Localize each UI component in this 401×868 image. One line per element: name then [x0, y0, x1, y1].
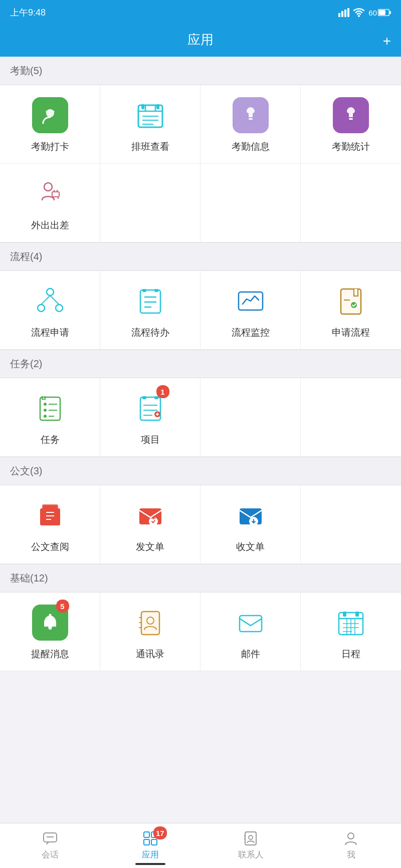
list-item[interactable]: 流程申请 — [0, 271, 100, 350]
tab-indicator — [135, 863, 165, 865]
chat-tab-icon — [43, 831, 58, 846]
me-tab-label: 我 — [347, 849, 355, 860]
punch-icon — [32, 97, 68, 133]
list-item[interactable]: 日程 — [301, 593, 401, 671]
battery-icon: 60 — [368, 9, 391, 17]
svg-point-43 — [44, 415, 47, 418]
svg-rect-18 — [349, 118, 353, 120]
svg-line-29 — [50, 296, 59, 305]
svg-point-69 — [49, 614, 51, 617]
svg-rect-90 — [144, 839, 149, 845]
svg-point-96 — [348, 833, 354, 839]
svg-rect-79 — [355, 612, 359, 617]
add-button[interactable]: + — [383, 33, 391, 49]
apply-label: 流程申请 — [31, 326, 69, 339]
list-item[interactable]: 5 提醒消息 — [0, 593, 100, 671]
list-item[interactable]: 外出出差 — [0, 164, 100, 242]
list-item[interactable]: 任务 — [0, 378, 100, 457]
svg-rect-48 — [142, 396, 146, 399]
list-item[interactable]: 收文单 — [200, 485, 301, 564]
svg-rect-92 — [245, 832, 256, 845]
list-item[interactable]: 流程监控 — [200, 271, 301, 350]
empty-cell — [301, 378, 401, 457]
page-header: 应用 + — [0, 25, 401, 57]
receive-icon — [233, 497, 269, 533]
docview-label: 公文查阅 — [31, 540, 69, 553]
monitor-icon — [233, 283, 269, 319]
remind-badge: 5 — [56, 600, 69, 613]
email-label: 邮件 — [241, 648, 260, 661]
svg-rect-0 — [338, 13, 340, 17]
tab-apps[interactable]: 17 应用 — [100, 823, 200, 868]
tab-contacts[interactable]: 联系人 — [200, 823, 301, 868]
svg-line-28 — [41, 296, 50, 305]
calendar-icon — [333, 605, 369, 641]
content-area: 考勤(5) 考勤打卡 — [0, 57, 401, 721]
docview-icon — [32, 497, 68, 533]
svg-rect-17 — [249, 118, 253, 120]
svg-rect-3 — [347, 8, 349, 17]
attendance-grid: 考勤打卡 排班查看 — [0, 85, 401, 242]
list-item[interactable]: 考勤统计 — [301, 85, 401, 164]
info-label: 考勤信息 — [232, 140, 270, 153]
status-bar: 上午9:48 60 — [0, 0, 401, 25]
contacts-book-icon — [132, 605, 168, 641]
basic-grid: 5 提醒消息 — [0, 593, 401, 671]
list-item[interactable]: 1 项目 — [100, 378, 200, 457]
doc-grid: 公文查阅 发文单 — [0, 485, 401, 564]
list-item[interactable]: 公文查阅 — [0, 485, 100, 564]
list-item[interactable]: 通讯录 — [100, 593, 200, 671]
schedule-label: 排班查看 — [131, 140, 169, 153]
empty-cell — [100, 164, 200, 242]
svg-rect-75 — [240, 616, 262, 632]
flow-grid: 流程申请 流程待办 — [0, 271, 401, 350]
empty-cell — [301, 164, 401, 242]
svg-rect-35 — [154, 289, 158, 292]
section-header-flow: 流程(4) — [0, 242, 401, 271]
stats-label: 考勤统计 — [332, 140, 370, 153]
list-item[interactable]: 排班查看 — [100, 85, 200, 164]
calendar-label: 日程 — [341, 648, 360, 661]
task-label: 任务 — [41, 433, 60, 446]
chat-tab-label: 会话 — [42, 849, 59, 860]
list-item[interactable]: 流程待办 — [100, 271, 200, 350]
page-title: 应用 — [187, 32, 214, 47]
schedule-icon — [132, 97, 168, 133]
tab-chat[interactable]: 会话 — [0, 823, 100, 868]
trip-icon — [32, 176, 68, 212]
send-label: 发文单 — [136, 540, 164, 553]
svg-rect-40 — [40, 397, 60, 420]
svg-rect-91 — [151, 839, 157, 845]
svg-rect-6 — [379, 10, 385, 15]
remind-label: 提醒消息 — [31, 648, 69, 661]
signal-icon — [338, 8, 349, 17]
svg-rect-88 — [144, 832, 149, 837]
svg-point-27 — [56, 305, 63, 312]
list-item[interactable]: 考勤打卡 — [0, 85, 100, 164]
tab-bar: 会话 17 应用 联系人 — [0, 823, 401, 868]
svg-point-26 — [38, 305, 45, 312]
svg-point-25 — [47, 288, 54, 296]
svg-point-93 — [249, 835, 253, 839]
section-header-doc: 公文(3) — [0, 457, 401, 485]
apps-tab-label: 应用 — [142, 849, 159, 860]
svg-rect-34 — [142, 289, 146, 292]
pending-label: 流程待办 — [131, 326, 169, 339]
list-item[interactable]: 发文单 — [100, 485, 200, 564]
list-item[interactable]: 申请流程 — [301, 271, 401, 350]
info-icon — [233, 97, 269, 133]
svg-rect-78 — [343, 612, 346, 617]
list-item[interactable]: 考勤信息 — [200, 85, 301, 164]
svg-rect-1 — [341, 11, 343, 17]
svg-rect-12 — [141, 104, 144, 109]
tab-me[interactable]: 我 — [301, 823, 401, 868]
list-item[interactable]: 邮件 — [200, 593, 301, 671]
svg-point-41 — [44, 403, 47, 406]
svg-point-38 — [351, 302, 357, 308]
request-icon — [333, 283, 369, 319]
section-header-attendance: 考勤(5) — [0, 57, 401, 85]
send-icon — [132, 497, 168, 533]
svg-point-42 — [44, 409, 47, 412]
contacts-tab-icon — [243, 831, 258, 846]
me-tab-icon — [343, 831, 358, 846]
